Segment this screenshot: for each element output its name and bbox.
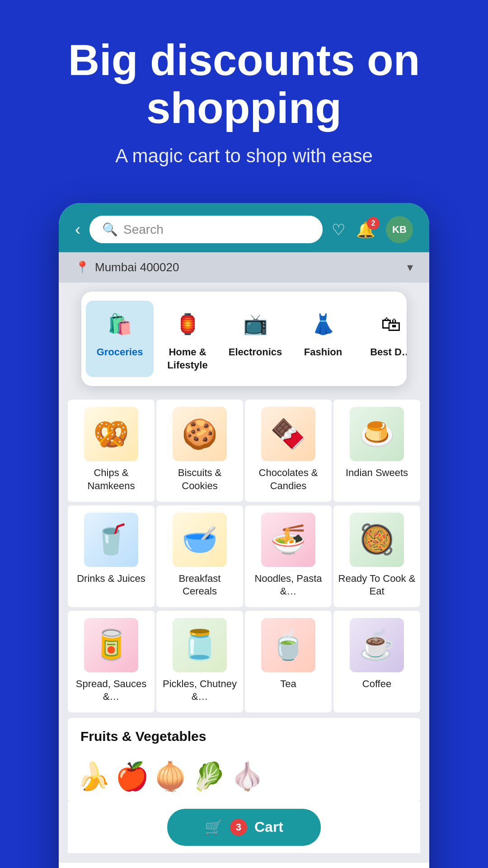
fruits-section-header: Fruits & Vegetables <box>68 718 420 751</box>
hero-title: Big discounts on shopping <box>27 36 461 132</box>
garlic-icon: 🧄 <box>230 760 264 793</box>
fruits-section-title: Fruits & Vegetables <box>80 729 206 744</box>
cereals-icon: 🥣 <box>173 513 227 567</box>
pickles-icon: 🫙 <box>173 618 227 672</box>
chocolates-icon: 🍫 <box>261 407 315 461</box>
category-nav-wrapper: 🛍️ Groceries 🏮 Home &Lifestyle 📺 Electro… <box>81 292 407 386</box>
search-placeholder: Search <box>123 222 164 237</box>
hero-section: Big discounts on shopping A magic cart t… <box>0 0 488 185</box>
fruits-row: 🍌 🍎 🧅 🥬 🧄 <box>68 751 420 802</box>
rtc-label: Ready To Cook & Eat <box>338 572 416 598</box>
user-avatar[interactable]: KB <box>386 216 413 243</box>
product-spread[interactable]: 🥫 Spread, Sauces &… <box>68 611 155 712</box>
biscuits-label: Biscuits & Cookies <box>161 467 239 492</box>
location-bar[interactable]: 📍 Mumbai 400020 ▾ <box>59 252 429 283</box>
spread-icon: 🥫 <box>84 618 138 672</box>
cart-label: Cart <box>254 819 283 835</box>
coffee-icon: ☕ <box>350 618 404 672</box>
chips-label: Chips & Namkeens <box>72 467 150 492</box>
tea-label: Tea <box>280 678 296 691</box>
app-header: ‹ 🔍 Search ♡ 🔔 2 KB <box>59 203 429 252</box>
phone-mockup: ‹ 🔍 Search ♡ 🔔 2 KB 📍 Mumbai 400020 ▾ 🛍️… <box>59 203 429 868</box>
deals-icon: 🛍 <box>373 306 407 342</box>
biscuits-icon: 🍪 <box>173 407 227 461</box>
category-item-home[interactable]: 🏮 Home &Lifestyle <box>154 301 221 377</box>
noodles-icon: 🍜 <box>261 513 315 567</box>
chocolates-label: Chocolates & Candies <box>249 467 327 492</box>
drinks-icon: 🥤 <box>84 513 138 567</box>
onion-icon: 🧅 <box>154 760 188 793</box>
location-pin-icon: 📍 <box>75 260 89 274</box>
cart-bar: 🛒 3 Cart <box>68 802 420 853</box>
product-biscuits[interactable]: 🍪 Biscuits & Cookies <box>156 400 243 501</box>
wishlist-icon[interactable]: ♡ <box>332 221 345 239</box>
search-icon: 🔍 <box>102 222 118 237</box>
location-chevron-icon: ▾ <box>407 260 413 274</box>
location-text: Mumbai 400020 <box>95 260 402 274</box>
product-cereals[interactable]: 🥣 Breakfast Cereals <box>156 505 243 607</box>
pickles-label: Pickles, Chutney &… <box>161 678 239 703</box>
chips-icon: 🥨 <box>84 407 138 461</box>
noodles-label: Noodles, Pasta &… <box>249 572 327 598</box>
product-grid-row1: 🥨 Chips & Namkeens 🍪 Biscuits & Cookies … <box>68 400 420 501</box>
notification-badge: 2 <box>367 217 380 230</box>
apple-icon: 🍎 <box>115 760 149 793</box>
electronics-label: Electronics <box>229 346 282 359</box>
product-drinks[interactable]: 🥤 Drinks & Juices <box>68 505 155 607</box>
fashion-icon: 👗 <box>305 306 341 342</box>
product-indian-sweets[interactable]: 🍮 Indian Sweets <box>333 400 420 501</box>
product-chips[interactable]: 🥨 Chips & Namkeens <box>68 400 155 501</box>
cereals-label: Breakfast Cereals <box>161 572 239 598</box>
spread-label: Spread, Sauces &… <box>72 678 150 703</box>
notification-button[interactable]: 🔔 2 <box>356 221 375 239</box>
product-chocolates[interactable]: 🍫 Chocolates & Candies <box>245 400 332 501</box>
groceries-icon: 🛍️ <box>102 306 138 342</box>
hero-subtitle: A magic cart to shop with ease <box>27 145 461 167</box>
cart-icon: 🛒 <box>205 819 223 836</box>
search-bar[interactable]: 🔍 Search <box>89 216 323 243</box>
cart-button[interactable]: 🛒 3 Cart <box>167 809 321 846</box>
home-lifestyle-icon: 🏮 <box>169 306 206 342</box>
rtc-icon: 🥘 <box>350 513 404 567</box>
banana-icon: 🍌 <box>77 760 111 793</box>
indian-sweets-icon: 🍮 <box>350 407 404 461</box>
product-tea[interactable]: 🍵 Tea <box>245 611 332 712</box>
back-button[interactable]: ‹ <box>75 220 80 239</box>
category-nav: 🛍️ Groceries 🏮 Home &Lifestyle 📺 Electro… <box>81 292 407 386</box>
category-item-deals[interactable]: 🛍 Best D… <box>357 301 407 377</box>
electronics-icon: 📺 <box>237 306 273 342</box>
cart-count-badge: 3 <box>230 819 247 836</box>
category-item-electronics[interactable]: 📺 Electronics <box>221 301 289 377</box>
groceries-label: Groceries <box>97 346 143 359</box>
home-lifestyle-label: Home &Lifestyle <box>167 346 207 372</box>
indian-sweets-label: Indian Sweets <box>346 467 408 480</box>
bottom-nav: Jio MyJio 📱 Telecom 🎬 Entertainment 🛍️ S… <box>59 862 429 868</box>
category-item-groceries[interactable]: 🛍️ Groceries <box>86 301 154 377</box>
product-pickles[interactable]: 🫙 Pickles, Chutney &… <box>156 611 243 712</box>
product-grid-row2: 🥤 Drinks & Juices 🥣 Breakfast Cereals 🍜 … <box>68 505 420 607</box>
tea-icon: 🍵 <box>261 618 315 672</box>
content-area: 🥨 Chips & Namkeens 🍪 Biscuits & Cookies … <box>59 391 429 862</box>
deals-label: Best D… <box>370 346 407 359</box>
product-rtc[interactable]: 🥘 Ready To Cook & Eat <box>333 505 420 607</box>
drinks-label: Drinks & Juices <box>77 572 145 585</box>
coffee-label: Coffee <box>362 678 391 691</box>
veg-icon: 🥬 <box>192 760 226 793</box>
product-coffee[interactable]: ☕ Coffee <box>333 611 420 712</box>
header-icons: ♡ 🔔 2 KB <box>332 216 413 243</box>
product-noodles[interactable]: 🍜 Noodles, Pasta &… <box>245 505 332 607</box>
product-grid-row3: 🥫 Spread, Sauces &… 🫙 Pickles, Chutney &… <box>68 611 420 712</box>
fashion-label: Fashion <box>304 346 342 359</box>
category-item-fashion[interactable]: 👗 Fashion <box>289 301 357 377</box>
